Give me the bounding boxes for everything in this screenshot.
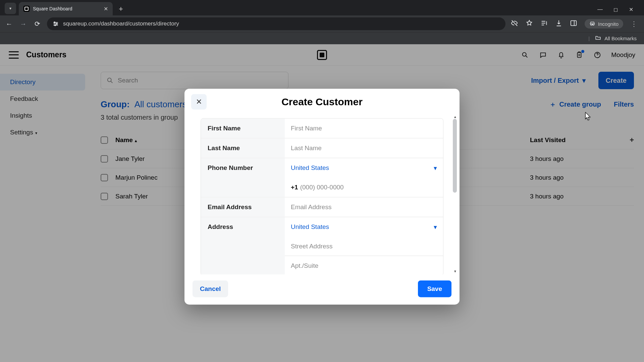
chrome-menu-icon[interactable]: ⋮ (631, 20, 637, 28)
url-text: squareup.com/dashboard/customers/directo… (63, 20, 179, 27)
svg-rect-3 (571, 21, 577, 26)
tab-list-dropdown[interactable]: ▾ (5, 3, 16, 14)
first-name-input[interactable]: First Name (285, 119, 443, 138)
address-country-select[interactable]: United States ▾ (285, 217, 443, 237)
create-customer-modal: ✕ Create Customer First Name First Name … (184, 89, 460, 305)
street-input[interactable]: Street Address (285, 237, 443, 256)
reload-button[interactable]: ⟳ (33, 20, 42, 28)
back-button[interactable]: ← (5, 20, 13, 28)
incognito-label: Incognito (598, 21, 619, 27)
last-name-input[interactable]: Last Name (285, 138, 443, 158)
media-control-icon[interactable] (540, 19, 548, 28)
last-name-label: Last Name (201, 138, 285, 158)
square-favicon-icon (23, 6, 30, 12)
scroll-thumb[interactable] (453, 119, 457, 193)
phone-input[interactable]: +1 (000) 000-0000 (285, 178, 443, 197)
sidepanel-icon[interactable] (570, 19, 577, 28)
tab-title: Square Dashboard (33, 6, 100, 11)
close-tab-icon[interactable]: ✕ (104, 6, 108, 12)
folder-icon (595, 35, 601, 42)
modal-title: Create Customer (281, 96, 363, 108)
email-input[interactable]: Email Address (285, 197, 443, 217)
close-window-icon[interactable]: ✕ (628, 6, 634, 13)
modal-scrollbar[interactable]: ▲ ▼ (453, 117, 458, 271)
maximize-window-icon[interactable]: ◻ (612, 6, 619, 13)
scroll-down-icon[interactable]: ▼ (453, 269, 457, 273)
address-bar[interactable]: squareup.com/dashboard/customers/directo… (47, 17, 505, 30)
scroll-up-icon[interactable]: ▲ (453, 115, 457, 119)
chevron-down-icon: ▾ (434, 223, 437, 231)
phone-country-select[interactable]: United States ▾ (285, 158, 443, 178)
cancel-button[interactable]: Cancel (193, 281, 228, 297)
phone-label: Phone Number (201, 158, 285, 197)
site-settings-icon[interactable] (52, 20, 59, 27)
minimize-window-icon[interactable]: — (597, 6, 603, 13)
chevron-down-icon: ▾ (434, 164, 437, 172)
eye-off-icon[interactable] (511, 19, 518, 28)
bookmark-star-icon[interactable] (526, 19, 533, 28)
downloads-icon[interactable] (555, 19, 562, 28)
browser-tab[interactable]: Square Dashboard ✕ (19, 2, 113, 15)
close-modal-button[interactable]: ✕ (191, 94, 207, 110)
all-bookmarks-link[interactable]: All Bookmarks (604, 36, 637, 41)
save-button[interactable]: Save (418, 281, 451, 297)
new-tab-button[interactable]: + (115, 5, 126, 15)
apt-input[interactable]: Apt./Suite (285, 256, 443, 275)
incognito-indicator[interactable]: Incognito (585, 19, 623, 28)
first-name-label: First Name (201, 119, 285, 138)
email-label: Email Address (201, 197, 285, 217)
address-label: Address (201, 217, 285, 275)
forward-button[interactable]: → (19, 20, 28, 28)
